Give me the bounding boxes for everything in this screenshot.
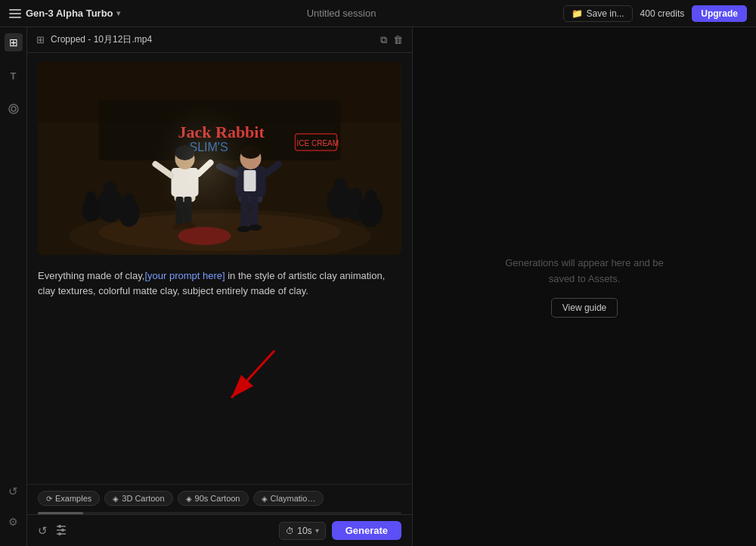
video-area: Jack Rabbit SLIM'S ICE CREAM — [27, 53, 412, 261]
right-panel: Generations will appear here and be save… — [413, 27, 756, 546]
chip-90s-cartoon-label: 90s Cartoon — [195, 494, 240, 503]
session-title: Untitled session — [307, 8, 376, 19]
file-name: Cropped - 10月12日.mp4 — [51, 33, 152, 46]
chip-examples[interactable]: ⟳ Examples — [38, 491, 100, 506]
svg-point-21 — [350, 188, 362, 201]
chevron-down-icon: ▾ — [116, 9, 120, 17]
file-grid-icon[interactable]: ⊞ — [36, 34, 45, 45]
chip-examples-label: Examples — [55, 494, 91, 503]
chip-claymation-label: Claymatio… — [271, 494, 316, 503]
timer-icon: ⏱ — [286, 526, 294, 535]
svg-point-1 — [11, 107, 16, 111]
file-header: ⊞ Cropped - 10月12日.mp4 ⧉ 🗑 — [27, 27, 412, 53]
examples-icon: ⟳ — [46, 495, 52, 503]
chip-90s-cartoon[interactable]: ◈ 90s Cartoon — [178, 491, 249, 506]
refresh-icon[interactable]: ↺ — [5, 482, 23, 501]
topbar-right: 📁 Save in... 400 credits Upgrade — [563, 5, 747, 22]
90s-icon: ◈ — [186, 495, 192, 503]
center-panel: ⊞ Cropped - 10月12日.mp4 ⧉ 🗑 — [27, 27, 413, 546]
toolbar-right: ⏱ 10s ▾ Generate — [279, 521, 401, 540]
settings-icon[interactable]: ⚙ — [5, 513, 23, 531]
sidebar-item-grid[interactable]: ⊞ — [5, 33, 23, 51]
copy-file-button[interactable]: ⧉ — [380, 34, 387, 46]
delete-file-button[interactable]: 🗑 — [393, 34, 403, 46]
chip-claymation[interactable]: ◈ Claymatio… — [253, 491, 324, 506]
empty-state-text: Generations will appear here and be save… — [501, 256, 668, 287]
topbar: Gen-3 Alpha Turbo ▾ Untitled session 📁 S… — [0, 0, 756, 27]
toolbar-left: ↺ — [38, 523, 67, 538]
video-container: Jack Rabbit SLIM'S ICE CREAM — [38, 62, 401, 255]
sidebar-item-layers[interactable] — [5, 100, 23, 118]
chip-3d-cartoon-label: 3D Cartoon — [122, 494, 164, 503]
topbar-left: Gen-3 Alpha Turbo ▾ — [9, 8, 120, 19]
svg-point-19 — [334, 178, 348, 193]
svg-text:ICE CREAM: ICE CREAM — [297, 139, 339, 147]
bottom-toolbar: ↺ ⏱ 10s ▾ Ge — [27, 514, 412, 546]
duration-button[interactable]: ⏱ 10s ▾ — [279, 522, 325, 540]
svg-point-13 — [104, 181, 117, 197]
file-header-right: ⧉ 🗑 — [380, 34, 403, 46]
credits-badge: 400 credits — [640, 8, 685, 19]
prompt-text-before: Everything made of clay, — [38, 270, 144, 281]
adjust-button[interactable] — [55, 523, 67, 538]
duration-chevron: ▾ — [315, 526, 319, 535]
sidebar-item-text[interactable]: T — [5, 67, 23, 85]
svg-point-53 — [58, 532, 61, 535]
upgrade-button[interactable]: Upgrade — [692, 5, 747, 22]
svg-point-17 — [86, 191, 97, 203]
chip-3d-cartoon[interactable]: ◈ 3D Cartoon — [104, 491, 172, 506]
generate-button[interactable]: Generate — [332, 521, 401, 540]
hamburger-menu[interactable] — [9, 9, 21, 18]
svg-point-0 — [9, 104, 18, 113]
duration-label: 10s — [297, 526, 311, 536]
sidebar-icons: ⊞ T ↺ ⚙ — [0, 27, 27, 546]
app-title[interactable]: Gen-3 Alpha Turbo ▾ — [26, 8, 120, 19]
app-title-text: Gen-3 Alpha Turbo — [26, 8, 113, 19]
chips-row: ⟳ Examples ◈ 3D Cartoon ◈ 90s Cartoon ◈ … — [27, 484, 412, 512]
empty-state-message: Generations will appear here and be save… — [505, 257, 664, 284]
svg-point-23 — [365, 190, 377, 203]
svg-point-51 — [61, 529, 64, 532]
save-button[interactable]: 📁 Save in... — [563, 5, 633, 22]
save-label: Save in... — [587, 8, 624, 19]
prompt-highlight: [your prompt here] — [144, 270, 225, 281]
view-guide-button[interactable]: View guide — [551, 298, 618, 318]
svg-point-49 — [58, 525, 61, 528]
file-header-left: ⊞ Cropped - 10月12日.mp4 — [36, 33, 152, 46]
svg-point-45 — [144, 88, 265, 240]
svg-point-15 — [123, 193, 135, 206]
prompt-area[interactable]: Everything made of clay,[your prompt her… — [27, 261, 412, 484]
folder-icon: 📁 — [572, 8, 583, 19]
undo-button[interactable]: ↺ — [38, 524, 48, 538]
svg-point-44 — [249, 225, 262, 231]
cartoon-icon: ◈ — [113, 495, 119, 503]
prompt-text: Everything made of clay,[your prompt her… — [38, 268, 401, 476]
sidebar-bottom: ↺ ⚙ — [5, 482, 23, 540]
main-layout: ⊞ T ↺ ⚙ ⊞ Cropped - 10月12日.mp4 ⧉ 🗑 — [0, 27, 756, 546]
clay-icon: ◈ — [262, 495, 268, 503]
